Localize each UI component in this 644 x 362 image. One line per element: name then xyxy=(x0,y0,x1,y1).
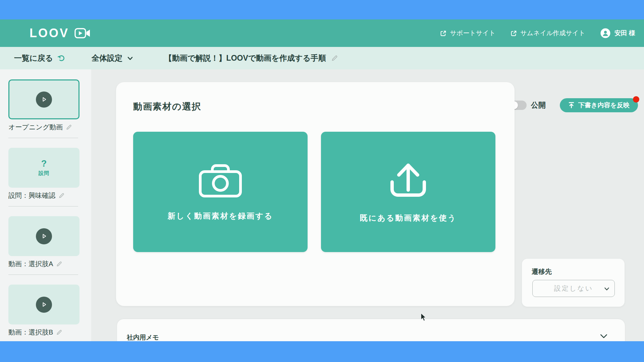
loov-logo[interactable]: LOOV xyxy=(30,26,91,40)
thumbnail-site-label: サムネイル作成サイト xyxy=(520,29,585,38)
app-header: LOOV サポートサイト サムネイル作成サイト xyxy=(0,19,644,47)
transition-destination-panel: 遷移先 設定しない xyxy=(522,259,625,307)
loov-logo-text: LOOV xyxy=(30,26,69,40)
project-title: 【動画で解説！】LOOVで動画を作成する手順 xyxy=(164,53,326,63)
internal-memo-title: 社内用メモ xyxy=(127,333,159,342)
user-name-label: 安田 様 xyxy=(614,29,635,38)
transition-select-value: 設定しない xyxy=(554,284,593,293)
transition-destination-select[interactable]: 設定しない xyxy=(532,280,615,297)
play-icon xyxy=(36,297,52,313)
divider xyxy=(8,138,78,138)
scene-item-opening-video: オープニング動画 xyxy=(8,79,91,131)
external-link-icon xyxy=(510,30,517,37)
scene-thumbnail[interactable] xyxy=(8,285,79,324)
thumbnail-site-link[interactable]: サムネイル作成サイト xyxy=(510,29,585,38)
scene-sidebar: オープニング動画 ? 設問 設問：興味確認 動画：選択肢A xyxy=(0,69,91,341)
global-settings-dropdown[interactable]: 全体設定 xyxy=(92,53,133,63)
edit-pencil-icon[interactable] xyxy=(56,329,62,336)
divider xyxy=(8,275,78,275)
edit-pencil-icon[interactable] xyxy=(331,55,338,62)
chevron-down-icon[interactable] xyxy=(599,333,608,340)
support-site-label: サポートサイト xyxy=(450,29,495,38)
apply-draft-label: 下書き内容を反映 xyxy=(578,101,630,110)
global-settings-label: 全体設定 xyxy=(92,53,122,63)
video-material-panel: 動画素材の選択 新しく動画素材を録画する 既にある動画素材を使う xyxy=(116,82,515,306)
back-to-list-button[interactable]: 一覧に戻る xyxy=(14,53,65,63)
scene-thumbnail[interactable] xyxy=(8,216,79,256)
scene-label: 設問：興味確認 xyxy=(8,191,55,200)
use-existing-video-label: 既にある動画素材を使う xyxy=(360,213,457,223)
play-icon xyxy=(36,228,52,244)
record-new-video-label: 新しく動画素材を録画する xyxy=(168,211,273,221)
external-link-icon xyxy=(440,30,447,37)
user-avatar-icon xyxy=(600,28,611,39)
scene-thumbnail[interactable] xyxy=(8,79,79,119)
apply-draft-button[interactable]: 下書き内容を反映 xyxy=(560,98,638,112)
scene-item-choice-a: 動画：選択肢A xyxy=(8,216,91,268)
question-mark-icon: ? xyxy=(41,159,47,168)
chevron-down-icon xyxy=(603,286,610,292)
scene-item-question: ? 設問 設問：興味確認 xyxy=(8,148,91,200)
scene-label: オープニング動画 xyxy=(8,123,63,132)
question-thumb-label: 設問 xyxy=(39,170,49,177)
scene-thumbnail[interactable]: ? 設問 xyxy=(8,148,79,188)
section-title: 動画素材の選択 xyxy=(133,101,202,113)
use-existing-video-card[interactable]: 既にある動画素材を使う xyxy=(321,132,495,252)
support-site-link[interactable]: サポートサイト xyxy=(440,29,495,38)
publish-control: 公開 xyxy=(509,100,546,110)
edit-pencil-icon[interactable] xyxy=(58,192,65,199)
record-new-video-card[interactable]: 新しく動画素材を録画する xyxy=(133,132,308,252)
project-toolbar: 一覧に戻る 全体設定 【動画で解説！】LOOVで動画を作成する手順 フロー図 xyxy=(0,47,644,69)
video-camera-logo-icon xyxy=(74,27,91,39)
bottom-letterbox-bar xyxy=(0,341,644,362)
camera-icon xyxy=(199,163,242,198)
notification-dot xyxy=(633,96,639,103)
play-icon xyxy=(36,92,52,108)
scene-label: 動画：選択肢B xyxy=(8,328,53,337)
top-letterbox-bar xyxy=(0,0,644,19)
scene-item-choice-b: 動画：選択肢B xyxy=(8,285,91,337)
user-account-menu[interactable]: 安田 様 xyxy=(600,28,635,39)
scene-label: 動画：選択肢A xyxy=(8,259,53,268)
undo-arrow-icon xyxy=(57,54,65,62)
transition-destination-label: 遷移先 xyxy=(532,267,552,276)
edit-pencil-icon[interactable] xyxy=(56,261,62,267)
edit-pencil-icon[interactable] xyxy=(66,124,72,130)
upload-small-icon xyxy=(568,102,575,109)
publish-label: 公開 xyxy=(531,100,546,110)
back-to-list-label: 一覧に戻る xyxy=(14,53,53,63)
chevron-down-icon xyxy=(127,55,133,62)
internal-memo-panel: 社内用メモ xyxy=(117,319,625,343)
divider xyxy=(8,206,78,206)
upload-icon xyxy=(388,161,428,200)
